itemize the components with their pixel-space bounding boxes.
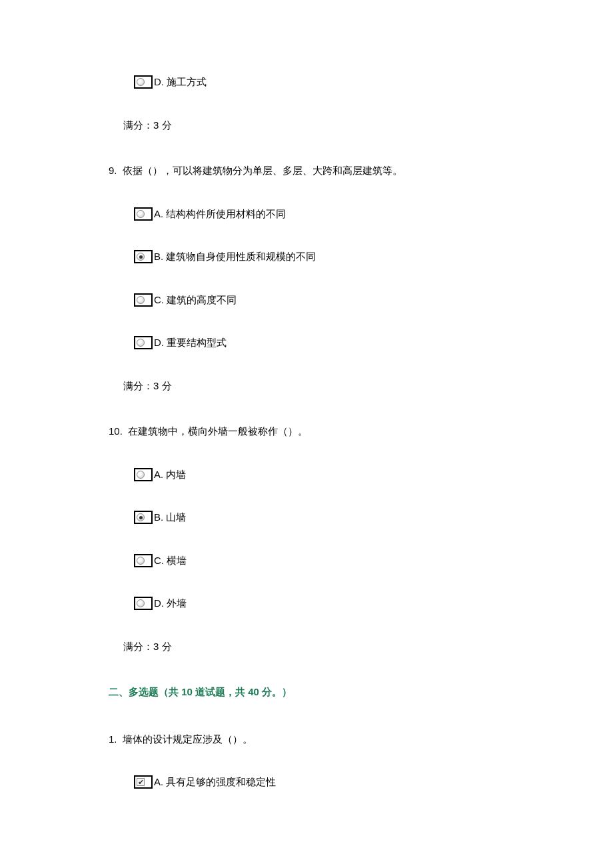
q9-option-d: D. 重要结构型式 [134, 335, 613, 351]
q10-number: 10. [109, 425, 123, 437]
option-text: 外墙 [167, 596, 187, 611]
radio-box[interactable] [134, 468, 153, 481]
mq1-option-a: ✔ A. 具有足够的强度和稳定性 [134, 775, 613, 790]
radio-icon [137, 557, 145, 565]
radio-icon [137, 296, 145, 304]
radio-box[interactable] [134, 511, 153, 524]
checkbox-checked-icon: ✔ [137, 778, 145, 786]
q9-score: 满分：3 分 [123, 379, 613, 394]
option-text: 建筑的高度不同 [167, 293, 237, 308]
q10-option-a: A. 内墙 [134, 467, 613, 483]
mq1-text: 墙体的设计规定应涉及（）。 [123, 733, 253, 745]
q9-number: 9. [109, 165, 117, 176]
q10-option-c: C. 横墙 [134, 553, 613, 569]
q9-option-a: A. 结构构件所使用材料的不同 [134, 207, 613, 222]
radio-box[interactable] [134, 75, 153, 89]
mq1-question: 1. 墙体的设计规定应涉及（）。 [109, 732, 613, 747]
option-text: 横墙 [167, 553, 187, 569]
checkbox-box[interactable]: ✔ [134, 775, 153, 789]
option-letter: A. [154, 207, 163, 222]
radio-icon-selected [137, 513, 145, 521]
radio-box[interactable] [134, 554, 153, 567]
radio-icon-selected [137, 253, 145, 261]
option-letter: D. [154, 596, 164, 611]
q10-option-d: D. 外墙 [134, 596, 613, 611]
radio-box[interactable] [134, 207, 153, 221]
q9-text: 依据（），可以将建筑物分为单层、多层、大跨和高层建筑等。 [123, 165, 402, 176]
option-letter: A. [154, 775, 163, 790]
q10-text: 在建筑物中，横向外墙一般被称作（）。 [128, 425, 308, 437]
q10-score: 满分：3 分 [123, 639, 613, 655]
radio-icon [137, 599, 145, 607]
option-text: 结构构件所使用材料的不同 [166, 207, 286, 222]
radio-icon [137, 339, 145, 347]
q8-option-d: D. 施工方式 [134, 75, 613, 90]
radio-icon [137, 78, 145, 86]
option-letter: C. [154, 553, 164, 569]
radio-box[interactable] [134, 293, 153, 307]
q9-option-b: B. 建筑物自身使用性质和规模的不同 [134, 249, 613, 265]
radio-box[interactable] [134, 250, 153, 263]
q10-option-b: B. 山墙 [134, 510, 613, 525]
radio-box[interactable] [134, 597, 153, 610]
option-text: 内墙 [166, 467, 186, 483]
option-text: 重要结构型式 [167, 335, 227, 351]
option-letter: D. [154, 75, 164, 90]
radio-icon [137, 471, 145, 479]
option-text: 建筑物自身使用性质和规模的不同 [166, 249, 316, 265]
q9-question: 9. 依据（），可以将建筑物分为单层、多层、大跨和高层建筑等。 [109, 163, 613, 179]
option-letter: D. [154, 335, 164, 351]
option-letter: B. [154, 510, 163, 525]
q9-option-c: C. 建筑的高度不同 [134, 293, 613, 308]
radio-box[interactable] [134, 336, 153, 349]
q10-question: 10. 在建筑物中，横向外墙一般被称作（）。 [109, 424, 613, 439]
option-letter: A. [154, 467, 163, 483]
section2-header: 二、多选题（共 10 道试题，共 40 分。） [109, 685, 613, 700]
option-text: 山墙 [166, 510, 186, 525]
option-text: 具有足够的强度和稳定性 [166, 775, 276, 790]
option-text: 施工方式 [167, 75, 207, 90]
option-letter: C. [154, 293, 164, 308]
radio-icon [137, 210, 145, 218]
mq1-number: 1. [109, 733, 117, 745]
q8-score: 满分：3 分 [123, 118, 613, 133]
option-letter: B. [154, 249, 163, 265]
